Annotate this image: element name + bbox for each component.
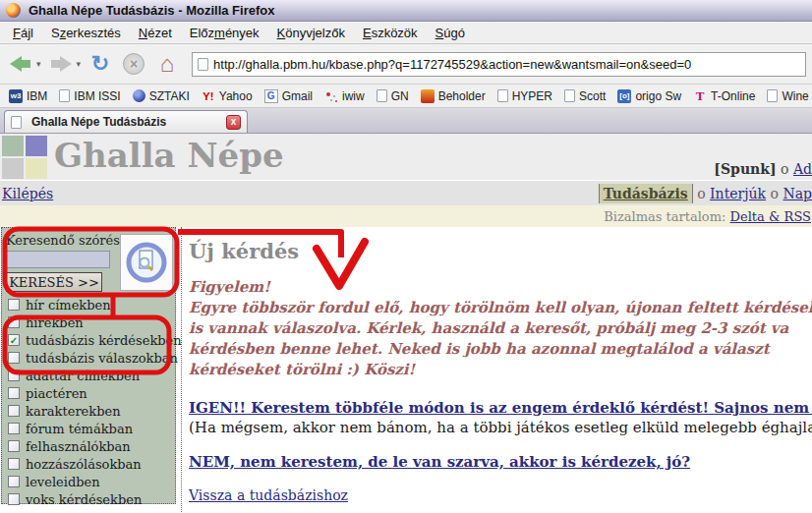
stop-button[interactable]: × — [119, 49, 148, 79]
checkbox[interactable] — [8, 458, 20, 470]
bookmark-yahoo[interactable]: Y!Yahoo — [197, 88, 258, 104]
tab-title: Ghalla Népe Tudásbázis — [31, 115, 221, 129]
delta-rss-link[interactable]: Delta & RSS — [730, 209, 811, 224]
search-document-icon — [125, 241, 168, 284]
address-url[interactable]: http://ghalla.pbm.hu/kbase.php?q=1172745… — [213, 57, 691, 72]
checkbox-row-felhasznalokban[interactable]: felhasználókban — [8, 437, 182, 455]
bookmark-winehq[interactable]: Wine HQ — [762, 88, 812, 104]
menu-tools[interactable]: Eszközök — [354, 24, 427, 42]
no-not-searched-link[interactable]: NEM, nem kerestem, de le van szarva, akk… — [189, 453, 690, 471]
checkbox[interactable] — [8, 352, 20, 364]
tab-ghalla-nepe-tudasbazis[interactable]: Ghalla Népe Tudásbázis x — [4, 110, 248, 133]
home-button[interactable]: ⌂ — [152, 49, 182, 79]
checkbox[interactable] — [8, 370, 20, 381]
firefox-window: Ghalla Népe Tudásbázis - Mozilla Firefox… — [0, 0, 812, 513]
checkbox-row-tudasbazis-kerdesekben[interactable]: tudásbázis kérdésekben — [8, 331, 182, 349]
sidebar-divider — [181, 227, 182, 513]
checkbox-row-tudasbazis-valaszokban[interactable]: tudásbázis válaszokban — [8, 349, 182, 367]
bookmark-scott[interactable]: Scott — [559, 88, 610, 104]
page-icon — [564, 89, 575, 102]
page-icon — [377, 89, 387, 102]
separator: o — [697, 186, 705, 201]
navigation-toolbar: ▾ ▾ ↻ × ⌂ http://ghalla.pbm.hu/kbase.php… — [0, 44, 812, 85]
favicon-page-icon — [198, 58, 208, 71]
checkbox-row-adattar-cimekben[interactable]: adattár címekben — [8, 367, 182, 384]
info-label: Bizalmas tartalom: — [604, 209, 725, 224]
user-links: [Spunk] o Ad — [714, 161, 812, 177]
naplo-link[interactable]: Nap — [783, 186, 812, 201]
checkbox[interactable] — [8, 423, 20, 434]
checkbox[interactable] — [8, 405, 20, 417]
separator: o — [781, 161, 788, 177]
adatlap-link[interactable]: Ad — [793, 161, 812, 177]
site-header: Ghalla Népe [Spunk] o Ad — [0, 134, 812, 181]
bookmark-ibm-issi[interactable]: IBM ISSI — [54, 88, 125, 104]
warning-text: Figyelem! Egyre többször fordul elő, hog… — [189, 277, 812, 380]
checkbox[interactable] — [8, 493, 20, 505]
bookmark-gn[interactable]: GN — [372, 88, 414, 104]
bookmark-beholder[interactable]: Beholder — [416, 88, 491, 104]
checkbox-row-hirekben[interactable]: hírekben — [8, 314, 182, 331]
content-area: Keresendő szórész: KERESÉS >> hír címekb… — [0, 227, 812, 513]
note-text: (Ha mégsem, akkor nem bánom, ha a többi … — [189, 419, 812, 436]
checkbox[interactable] — [8, 316, 20, 328]
web-page: Ghalla Népe [Spunk] o Ad Kilépés Tudásbá… — [0, 134, 812, 513]
site-logo-icon — [2, 136, 47, 179]
back-to-knowledgebase-link[interactable]: Vissza a tudásbázishoz — [189, 487, 348, 503]
kilepes-link[interactable]: Kilépés — [2, 186, 53, 201]
bookmark-gmail[interactable]: GGmail — [260, 88, 318, 104]
bookmark-sztaki[interactable]: SZTAKI — [128, 88, 195, 104]
back-button[interactable] — [6, 49, 35, 79]
stop-icon: × — [123, 53, 145, 75]
checkbox[interactable] — [8, 387, 20, 399]
window-title: Ghalla Népe Tudásbázis - Mozilla Firefox — [29, 3, 274, 18]
forward-dropdown-icon[interactable]: ▾ — [77, 59, 82, 69]
checkbox[interactable] — [8, 440, 20, 452]
forward-button[interactable] — [46, 49, 76, 79]
bookmark-iwiw[interactable]: iwiw — [319, 88, 370, 104]
t-online-icon: T — [693, 89, 707, 103]
checkbox-row-hir-cimekben[interactable]: hír címekben — [8, 296, 182, 314]
username: [Spunk] — [714, 161, 776, 177]
checkbox-checked[interactable] — [8, 334, 20, 346]
tab-tudasbazis[interactable]: Tudásbázis — [599, 184, 693, 203]
checkbox[interactable] — [8, 476, 20, 487]
site-logo-text: Ghalla Népe — [54, 136, 284, 175]
tab-page-icon — [11, 116, 22, 129]
checkbox-row-hozzaszolasokban[interactable]: hozzászólásokban — [8, 455, 182, 473]
back-icon — [10, 56, 31, 72]
bookmark-tonline[interactable]: TT-Online — [688, 88, 760, 104]
search-document-button[interactable] — [120, 234, 173, 291]
checkbox-row-voks-kerdesekben[interactable]: voks kérdésekben — [8, 490, 182, 508]
page-icon — [497, 89, 508, 102]
menu-edit[interactable]: Szerkesztés — [42, 24, 130, 42]
checkbox[interactable] — [8, 299, 20, 311]
menu-bar: Fájl Szerkesztés Nézet Előzmények Könyvj… — [0, 22, 812, 44]
search-input[interactable] — [6, 251, 110, 268]
tab-close-icon[interactable]: x — [226, 115, 241, 130]
checkbox-row-piacteren[interactable]: piactéren — [8, 384, 182, 402]
bookmark-hyper[interactable]: HYPER — [493, 88, 557, 104]
menu-bookmarks[interactable]: Könyvjelzők — [268, 24, 354, 42]
bookmarks-toolbar: w3IBM IBM ISSI SZTAKI Y!Yahoo GGmail iwi… — [0, 85, 812, 108]
menu-history[interactable]: Előzmények — [181, 24, 268, 42]
checkbox-row-karakterekben[interactable]: karakterekben — [8, 402, 182, 420]
checkbox-row-forum-temakban[interactable]: fórum témákban — [8, 420, 182, 437]
separator: o — [771, 186, 779, 201]
yes-searched-link[interactable]: IGEN!! Kerestem többféle módon is az eng… — [189, 399, 812, 417]
checkbox-row-leveleidben[interactable]: leveleidben — [8, 473, 182, 490]
back-dropdown-icon[interactable]: ▾ — [36, 59, 41, 69]
firefox-icon — [6, 3, 21, 18]
tab-bar: Ghalla Népe Tudásbázis x — [0, 108, 812, 134]
menu-file[interactable]: Fájl — [4, 24, 42, 42]
bookmark-origo[interactable]: [o]origo Sw — [612, 88, 686, 104]
bookmark-ibm[interactable]: w3IBM — [4, 88, 52, 104]
address-bar[interactable]: http://ghalla.pbm.hu/kbase.php?q=1172745… — [192, 52, 806, 77]
forward-icon — [50, 56, 72, 72]
reload-button[interactable]: ↻ — [86, 49, 115, 79]
interjuk-link[interactable]: Interjúk — [710, 186, 766, 201]
window-titlebar: Ghalla Népe Tudásbázis - Mozilla Firefox — [0, 0, 812, 22]
menu-view[interactable]: Nézet — [130, 24, 181, 42]
search-button[interactable]: KERESÉS >> — [6, 272, 102, 292]
menu-help[interactable]: Súgó — [427, 24, 474, 42]
